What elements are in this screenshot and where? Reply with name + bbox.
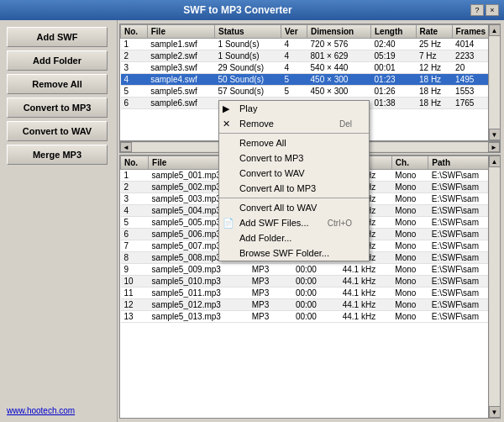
remove-all-button[interactable]: Remove All <box>7 74 108 94</box>
bottom-table-vscroll[interactable]: ▲ ▼ <box>488 156 500 418</box>
table-cell: 8 <box>121 252 149 264</box>
close-button[interactable]: × <box>486 4 499 16</box>
table-cell: 00:00 <box>292 311 339 323</box>
table-row[interactable]: 13sample5_013.mp3MP300:0044.1 kHzMonoE:\… <box>121 311 500 323</box>
content-area: No. File Status Ver Dimension Length Rat… <box>118 20 504 422</box>
table-cell: MP3 <box>249 299 292 311</box>
table-cell: 01:23 <box>371 74 416 86</box>
table-cell: 4 <box>121 74 148 86</box>
add-swf-button[interactable]: Add SWF <box>7 27 108 47</box>
merge-mp3-button[interactable]: Merge MP3 <box>7 145 108 165</box>
table-cell: Mono <box>391 229 428 240</box>
context-menu-item[interactable]: Convert All to WAV <box>219 200 369 215</box>
table-cell: Mono <box>391 205 428 217</box>
table-cell: 57 Sound(s) <box>215 86 281 98</box>
table-row[interactable]: 1sample1.swf1 Sound(s)4720 × 57602:4025 … <box>121 39 500 50</box>
context-menu-item[interactable]: ▶Play <box>219 101 369 116</box>
table-cell: Mono <box>391 311 428 323</box>
table-cell: 1 <box>121 39 148 50</box>
col-ver: Ver <box>281 25 307 39</box>
table-cell: sample3.swf <box>147 62 214 74</box>
table-row[interactable]: 11sample5_011.mp3MP300:0044.1 kHzMonoE:\… <box>121 287 500 299</box>
hscroll-right-btn[interactable]: ► <box>488 142 500 152</box>
table-cell: 11 <box>121 287 149 299</box>
table-cell: 2 <box>121 182 149 193</box>
context-menu-item[interactable]: Add Folder... <box>219 230 369 245</box>
website-link[interactable]: www.hootech.com <box>7 406 75 415</box>
hscroll-left-btn[interactable]: ◄ <box>120 142 132 152</box>
table-cell: 801 × 629 <box>307 50 371 62</box>
col-rate: Rate <box>416 25 452 39</box>
context-menu-item[interactable]: Convert to WAV <box>219 166 369 181</box>
table-cell: sample5_011.mp3 <box>149 287 249 299</box>
context-menu-icon: 📄 <box>223 218 234 229</box>
table-cell: 02:40 <box>371 39 416 50</box>
table-row[interactable]: 3sample3.swf29 Sound(s)4540 × 44000:0112… <box>121 62 500 74</box>
table-cell: 1 <box>121 170 149 182</box>
context-menu-shortcut: Ctrl+O <box>328 219 352 228</box>
table-row[interactable]: 4sample4.swf50 Sound(s)5450 × 30001:2318… <box>121 74 500 86</box>
table-cell: Mono <box>391 240 428 252</box>
top-table-vscroll[interactable]: ▲ ▼ <box>488 24 500 140</box>
top-table-header: No. File Status Ver Dimension Length Rat… <box>121 25 500 39</box>
table-cell: 4 <box>121 205 149 217</box>
convert-to-wav-button[interactable]: Convert to WAV <box>7 121 108 141</box>
b-vscroll-down-btn[interactable]: ▼ <box>489 406 501 418</box>
table-cell: 50 Sound(s) <box>215 74 281 86</box>
table-cell: 44.1 kHz <box>339 276 392 287</box>
title-bar-controls: ? × <box>470 4 499 16</box>
table-cell: 7 Hz <box>416 50 452 62</box>
context-menu-item[interactable]: Convert All to MP3 <box>219 181 369 196</box>
table-cell: 9 <box>121 264 149 276</box>
add-folder-button[interactable]: Add Folder <box>7 50 108 71</box>
table-cell: 25 Hz <box>416 39 452 50</box>
convert-to-mp3-button[interactable]: Convert to MP3 <box>7 98 108 118</box>
context-menu-separator <box>219 198 369 198</box>
table-cell: 44.1 kHz <box>339 264 392 276</box>
table-cell: 12 Hz <box>416 62 452 74</box>
table-row[interactable]: 10sample5_010.mp3MP300:0044.1 kHzMonoE:\… <box>121 276 500 287</box>
col-no: No. <box>121 25 148 39</box>
table-cell: 05:19 <box>371 50 416 62</box>
table-cell: 12 <box>121 299 149 311</box>
table-cell: Mono <box>391 193 428 205</box>
table-cell: Mono <box>391 252 428 264</box>
context-menu-item[interactable]: 📄Add SWF Files...Ctrl+O <box>219 215 369 230</box>
minimize-button[interactable]: ? <box>470 4 484 16</box>
table-cell: 01:38 <box>371 98 416 109</box>
table-row[interactable]: 12sample5_012.mp3MP300:0044.1 kHzMonoE:\… <box>121 299 500 311</box>
context-menu-item[interactable]: Remove All <box>219 135 369 150</box>
table-cell: Mono <box>391 217 428 229</box>
table-cell: 00:00 <box>292 264 339 276</box>
table-cell: MP3 <box>249 311 292 323</box>
table-row[interactable]: 2sample2.swf1 Sound(s)4801 × 62905:197 H… <box>121 50 500 62</box>
table-cell: Mono <box>391 276 428 287</box>
table-row[interactable]: 5sample5.swf57 Sound(s)5450 × 30001:2618… <box>121 86 500 98</box>
context-menu-item[interactable]: ✕RemoveDel <box>219 116 369 131</box>
table-cell: sample2.swf <box>147 50 214 62</box>
table-cell: 10 <box>121 276 149 287</box>
context-menu-item[interactable]: Convert to MP3 <box>219 150 369 166</box>
context-menu: ▶Play✕RemoveDelRemove AllConvert to MP3C… <box>218 100 370 261</box>
table-row[interactable]: 9sample5_009.mp3MP300:0044.1 kHzMonoE:\S… <box>121 264 500 276</box>
table-cell: 18 Hz <box>416 86 452 98</box>
table-cell: 4 <box>281 62 307 74</box>
table-cell: 18 Hz <box>416 74 452 86</box>
table-cell: 00:00 <box>292 299 339 311</box>
app-title: SWF to MP3 Converter <box>5 4 470 16</box>
col-dimension: Dimension <box>307 25 371 39</box>
col-file: File <box>147 25 214 39</box>
table-cell: 3 <box>121 62 148 74</box>
context-menu-label: Remove All <box>239 138 286 148</box>
context-menu-label: Convert to WAV <box>239 168 305 178</box>
vscroll-down-btn[interactable]: ▼ <box>489 129 501 140</box>
table-cell: 29 Sound(s) <box>215 62 281 74</box>
table-cell: 00:01 <box>371 62 416 74</box>
table-cell: MP3 <box>249 287 292 299</box>
context-menu-item[interactable]: Browse SWF Folder... <box>219 245 369 261</box>
table-cell: 6 <box>121 229 149 240</box>
table-cell: sample6.swf <box>147 98 214 109</box>
vscroll-up-btn[interactable]: ▲ <box>489 24 501 36</box>
table-cell: sample5.swf <box>147 86 214 98</box>
b-vscroll-up-btn[interactable]: ▲ <box>489 156 501 167</box>
